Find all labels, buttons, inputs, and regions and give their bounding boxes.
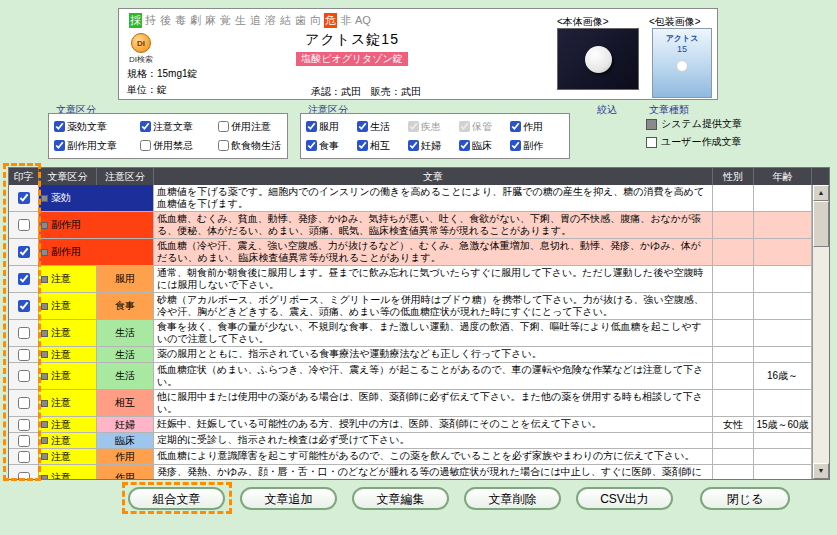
caution-category-item[interactable]: 副作 bbox=[510, 139, 561, 153]
print-checkbox[interactable] bbox=[18, 327, 30, 339]
caution-category-item[interactable]: 生活 bbox=[357, 120, 408, 134]
doc-category-checkbox[interactable] bbox=[140, 140, 151, 151]
drug-flag-追: 追 bbox=[249, 13, 262, 28]
doc-category-checkbox-label: 注意文章 bbox=[153, 120, 193, 134]
column-header: 性別 bbox=[713, 168, 754, 185]
caution-category-checkbox[interactable] bbox=[510, 140, 521, 151]
print-checkbox[interactable] bbox=[18, 397, 30, 409]
doc-category-cell: 副作用 bbox=[39, 212, 154, 238]
body-image-label: <本体画像> bbox=[557, 15, 609, 29]
caution-category-cell: 生活 bbox=[97, 347, 154, 362]
doc-category-item[interactable]: 飲食物生活 bbox=[218, 139, 288, 153]
caution-category-checkbox-label: 妊婦 bbox=[421, 139, 441, 153]
scroll-down-button[interactable]: ▼ bbox=[813, 463, 829, 479]
age-cell bbox=[754, 212, 812, 238]
document-row[interactable]: 注意作用低血糖により意識障害を起こす可能性があるので、この薬を飲んでいることを必… bbox=[9, 449, 812, 465]
drug-flags: 採持後毒劇麻覚生追溶結歯向危非AQ bbox=[129, 13, 374, 28]
csv-button[interactable]: CSV出力 bbox=[576, 487, 673, 510]
caution-category-item[interactable]: 疾患 bbox=[408, 120, 459, 134]
doc-category-checkbox[interactable] bbox=[140, 121, 151, 132]
print-checkbox[interactable] bbox=[18, 246, 30, 258]
document-row[interactable]: 薬効血糖値を下げる薬です。細胞内でのインスリンの働きを高めることにより、肝臓での… bbox=[9, 185, 812, 212]
doc-type-legend-item: システム提供文章 bbox=[646, 117, 742, 131]
action-buttons: 組合文章文章追加文章編集文章削除CSV出力閉じる bbox=[128, 487, 790, 510]
document-text: 低血糖（冷や汗、震え、強い空腹感、力が抜けるなど）、むくみ、急激な体重増加、息切… bbox=[154, 239, 713, 265]
close-button[interactable]: 閉じる bbox=[700, 487, 790, 510]
package-photo: アクトス 15 bbox=[652, 28, 712, 98]
caution-category-item[interactable]: 食事 bbox=[306, 139, 357, 153]
document-row[interactable]: 注意妊婦妊娠中、妊娠している可能性のある方、授乳中の方は、医師、薬剤師にそのこと… bbox=[9, 417, 812, 433]
doc-category-checkbox-label: 副作用文章 bbox=[67, 139, 117, 153]
print-checkbox[interactable] bbox=[18, 435, 30, 447]
doc-category-item[interactable]: 注意文章 bbox=[140, 120, 218, 134]
caution-category-item[interactable]: 相互 bbox=[357, 139, 408, 153]
print-cell bbox=[9, 449, 39, 464]
column-header: 文章区分 bbox=[39, 168, 97, 185]
delete-button[interactable]: 文章削除 bbox=[464, 487, 561, 510]
table-scrollbar[interactable]: ▲ ▼ bbox=[812, 185, 829, 479]
print-cell bbox=[9, 347, 39, 362]
document-row[interactable]: 注意生活食事を抜く、食事の量が少ない、不規則な食事、また激しい運動、過度の飲酒、… bbox=[9, 320, 812, 347]
document-row[interactable]: 注意食事砂糖（アカルボース、ボグリボース、ミグリトールを併用時はブドウ糖）を携帯… bbox=[9, 293, 812, 320]
document-row[interactable]: 注意生活薬の服用とともに、指示されている食事療法や運動療法なども正しく行って下さ… bbox=[9, 347, 812, 363]
spec-label: 規格：15mg1錠 bbox=[127, 67, 198, 81]
caution-category-checkbox[interactable] bbox=[306, 140, 317, 151]
gender-cell bbox=[713, 449, 754, 464]
caution-category-cell: 服用 bbox=[97, 266, 154, 292]
doc-category-checkbox[interactable] bbox=[54, 121, 65, 132]
caution-category-item[interactable]: 臨床 bbox=[459, 139, 510, 153]
caution-category-item[interactable]: 服用 bbox=[306, 120, 357, 134]
print-checkbox[interactable] bbox=[18, 472, 30, 479]
combine-button[interactable]: 組合文章 bbox=[128, 487, 225, 510]
doc-category-checkbox[interactable] bbox=[218, 140, 229, 151]
document-row[interactable]: 注意臨床定期的に受診し、指示された検査は必ず受けて下さい。 bbox=[9, 433, 812, 449]
print-checkbox[interactable] bbox=[18, 300, 30, 312]
document-row[interactable]: 注意生活低血糖症状（めまい、ふらつき、冷や汗、震え等）が起こることがあるので、車… bbox=[9, 363, 812, 390]
column-header: 年齢 bbox=[754, 168, 812, 185]
caution-category-item[interactable]: 作用 bbox=[510, 120, 561, 134]
doc-type-legend-item: ユーザー作成文章 bbox=[646, 135, 742, 149]
caution-category-item[interactable]: 妊婦 bbox=[408, 139, 459, 153]
add-button[interactable]: 文章追加 bbox=[240, 487, 337, 510]
caution-category-checkbox[interactable] bbox=[306, 121, 317, 132]
document-row[interactable]: 注意作用発疹、発熱、かゆみ、顔・唇・舌・口・のどなどが腫れる等の過敏症状が現れた… bbox=[9, 465, 812, 479]
caution-category-checkbox[interactable] bbox=[357, 140, 368, 151]
caution-category-checkbox[interactable] bbox=[408, 140, 419, 151]
print-checkbox[interactable] bbox=[18, 273, 30, 285]
age-cell bbox=[754, 239, 812, 265]
caution-category-checkbox[interactable] bbox=[357, 121, 368, 132]
caution-category-cell: 妊婦 bbox=[97, 417, 154, 432]
age-cell bbox=[754, 185, 812, 211]
doc-category-cell: 薬効 bbox=[39, 185, 154, 211]
doc-category-filter-group: 薬効文章注意文章併用注意副作用文章併用禁忌飲食物生活 bbox=[48, 113, 288, 159]
print-checkbox[interactable] bbox=[18, 451, 30, 463]
doc-category-item[interactable]: 薬効文章 bbox=[54, 120, 140, 134]
document-row[interactable]: 注意相互他に服用中または使用中の薬がある場合は、医師、薬剤師に必ず伝えて下さい。… bbox=[9, 390, 812, 417]
caution-category-checkbox[interactable] bbox=[459, 140, 470, 151]
scrollbar-thumb[interactable] bbox=[813, 201, 829, 247]
column-header: 注意区分 bbox=[97, 168, 154, 185]
print-checkbox[interactable] bbox=[18, 192, 30, 204]
document-text: 砂糖（アカルボース、ボグリボース、ミグリトールを併用時はブドウ糖）を携帯して下さ… bbox=[154, 293, 713, 319]
print-checkbox[interactable] bbox=[18, 419, 30, 431]
print-checkbox[interactable] bbox=[18, 349, 30, 361]
document-row[interactable]: 副作用低血糖、むくみ、貧血、動悸、発疹、かゆみ、気持ちが悪い、吐く、食欲がない、… bbox=[9, 212, 812, 239]
drug-flag-溶: 溶 bbox=[264, 13, 277, 28]
document-row[interactable]: 注意服用通常、朝食前か朝食後に服用します。昼までに飲み忘れに気づいたらすぐに服用… bbox=[9, 266, 812, 293]
doc-category-item[interactable]: 副作用文章 bbox=[54, 139, 140, 153]
print-checkbox[interactable] bbox=[18, 370, 30, 382]
scroll-up-button[interactable]: ▲ bbox=[813, 185, 829, 201]
print-checkbox[interactable] bbox=[18, 219, 30, 231]
caution-category-checkbox[interactable] bbox=[510, 121, 521, 132]
doc-category-item[interactable]: 併用注意 bbox=[218, 120, 288, 134]
doc-category-cell: 注意 bbox=[39, 433, 97, 448]
edit-button[interactable]: 文章編集 bbox=[352, 487, 449, 510]
document-row[interactable]: 副作用低血糖（冷や汗、震え、強い空腹感、力が抜けるなど）、むくみ、急激な体重増加… bbox=[9, 239, 812, 266]
doc-category-item[interactable]: 併用禁忌 bbox=[140, 139, 218, 153]
scrollbar-track[interactable] bbox=[813, 201, 829, 463]
column-header-spacer bbox=[812, 168, 829, 185]
caution-category-item[interactable]: 保管 bbox=[459, 120, 510, 134]
doc-category-checkbox[interactable] bbox=[54, 140, 65, 151]
doc-category-checkbox[interactable] bbox=[218, 121, 229, 132]
print-cell bbox=[9, 363, 39, 389]
